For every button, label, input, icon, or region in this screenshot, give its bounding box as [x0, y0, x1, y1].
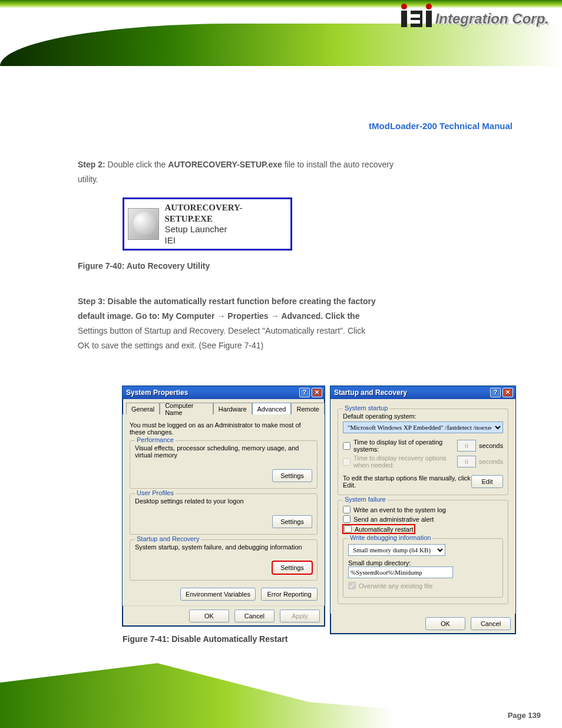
step-3-text-e: Advanced. Click the	[281, 311, 359, 321]
sysprops-tabs: General Computer Name Hardware Advanced …	[126, 403, 325, 414]
close-icon[interactable]: ✕	[503, 388, 513, 397]
performance-settings-button[interactable]: Settings	[272, 469, 312, 482]
system-startup-group: System startup Default operating system:…	[338, 409, 508, 495]
show-os-list-label: Time to display list of operating system…	[353, 439, 451, 453]
logo-letter-i2	[426, 11, 432, 27]
system-properties-dialog: System Properties ? ✕ General Computer N…	[122, 386, 325, 627]
tab-hardware[interactable]: Hardware	[213, 403, 252, 414]
edit-bootini-button[interactable]: Edit	[471, 475, 503, 488]
arrow-icon: →	[217, 311, 225, 321]
brand-logo: Integration Corp.	[401, 11, 549, 27]
send-admin-alert-label: Send an administrative alert	[353, 516, 434, 523]
debug-info-legend: Write debugging information	[348, 534, 432, 541]
figure-40-caption: Figure 7-40: Auto Recovery Utility	[78, 259, 513, 274]
startup-ok-button[interactable]: OK	[425, 617, 465, 630]
profiles-settings-button[interactable]: Settings	[272, 515, 312, 528]
logo-letter-i	[401, 11, 407, 27]
installer-caption-block: AUTORECOVERY-SETUP.EXE Setup Launcher IE…	[165, 202, 287, 246]
debug-info-group: Write debugging information Small memory…	[343, 538, 503, 598]
document-body: tModLoader-200 Technical Manual Step 2: …	[78, 118, 513, 353]
admin-note: You must be logged on as an Administrato…	[127, 419, 320, 436]
page-number: Page 139	[508, 711, 541, 720]
startup-legend: Startup and Recovery	[135, 535, 201, 542]
arrow-icon-2: →	[271, 311, 279, 321]
startup-recovery-group: Startup and Recovery System startup, sys…	[130, 539, 318, 581]
footer-band	[0, 663, 562, 728]
show-recovery-checkbox	[343, 458, 351, 466]
step-3-text-c: default image. Go to: My Computer	[78, 311, 217, 321]
installer-desc: Setup Launcher	[165, 224, 287, 235]
default-os-label: Default operating system:	[343, 413, 503, 420]
seconds-label-1: seconds	[479, 442, 503, 449]
doc-title: tModLoader-200 Technical Manual	[78, 118, 513, 134]
sysprops-ok-button[interactable]: OK	[189, 610, 229, 622]
startup-recovery-dialog: Startup and Recovery ? ✕ System startup …	[330, 386, 516, 634]
profiles-desc: Desktop settings related to your logon	[135, 498, 312, 505]
performance-legend: Performance	[135, 436, 176, 443]
dump-type-select[interactable]: Small memory dump (64 KB)	[348, 544, 445, 556]
send-admin-alert-checkbox[interactable]	[343, 515, 351, 523]
step-2-text-c: file to install the auto recovery	[285, 160, 394, 169]
figure-41-caption: Figure 7-41: Disable Automatically Resta…	[123, 634, 287, 644]
overwrite-checkbox	[348, 582, 356, 589]
startup-titlebar[interactable]: Startup and Recovery ? ✕	[330, 386, 515, 399]
step-3: Step 3: Disable the automatically restar…	[78, 294, 513, 354]
show-recovery-label: Time to display recovery options when ne…	[353, 454, 451, 469]
tab-advanced[interactable]: Advanced	[252, 403, 292, 414]
profiles-legend: User Profiles	[135, 489, 176, 496]
seconds-label-2: seconds	[479, 458, 503, 465]
system-failure-legend: System failure	[343, 496, 388, 503]
edit-note: To edit the startup options file manuall…	[343, 475, 471, 489]
help-icon[interactable]: ?	[299, 388, 310, 397]
default-os-select[interactable]: "Microsoft Windows XP Embedded" /fastdet…	[343, 421, 503, 433]
overwrite-label: Overwrite any existing file	[359, 582, 432, 589]
auto-restart-label: Automatically restart	[355, 526, 414, 533]
startup-cancel-button[interactable]: Cancel	[471, 617, 511, 630]
auto-restart-checkbox[interactable]	[344, 525, 352, 533]
system-failure-group: System failure Write an event to the sys…	[338, 500, 508, 604]
dump-dir-input[interactable]	[348, 566, 453, 578]
logo-letter-e	[411, 11, 422, 27]
show-os-list-checkbox[interactable]	[343, 442, 351, 450]
sysprops-apply-button[interactable]: Apply	[280, 610, 320, 622]
sysprops-title: System Properties	[126, 388, 188, 397]
header-band-top	[0, 0, 562, 8]
startup-settings-button[interactable]: Settings	[272, 561, 312, 574]
system-startup-legend: System startup	[343, 404, 389, 411]
sysprops-cancel-button[interactable]: Cancel	[234, 610, 275, 622]
performance-desc: Visual effects, processor scheduling, me…	[135, 444, 312, 459]
help-icon[interactable]: ?	[490, 388, 501, 397]
step-3-text-g: OK to save the settings and exit. (See F…	[78, 341, 263, 350]
step-2-text-a: Double click the	[108, 160, 168, 169]
tab-general[interactable]: General	[126, 403, 160, 414]
write-event-checkbox[interactable]	[343, 506, 351, 513]
step-3-text-f: Settings button of Startup and Recovery.…	[78, 326, 365, 335]
brand-text: Integration Corp.	[435, 11, 549, 27]
error-reporting-button[interactable]: Error Reporting	[261, 588, 318, 601]
user-profiles-group: User Profiles Desktop settings related t…	[130, 493, 318, 535]
performance-group: Performance Visual effects, processor sc…	[130, 440, 318, 489]
installer-vendor: IEI	[165, 235, 287, 246]
startup-title: Startup and Recovery	[334, 388, 407, 397]
installer-icon	[128, 208, 159, 240]
step-3-text-d: Properties	[227, 311, 270, 321]
step-3-text-b: Disable the automatically restart functi…	[108, 297, 376, 306]
step-2: Step 2: Double click the AUTORECOVERY-SE…	[78, 157, 513, 187]
header-band-swoop	[0, 24, 562, 66]
step-3-label: Step 3:	[78, 297, 108, 306]
recovery-seconds-spinner	[457, 456, 476, 467]
dump-dir-label: Small dump directory:	[348, 559, 498, 566]
tab-remote[interactable]: Remote	[291, 403, 325, 414]
startup-desc: System startup, system failure, and debu…	[135, 543, 312, 551]
step-2-label: Step 2:	[78, 160, 108, 169]
env-vars-button[interactable]: Environment Variables	[180, 588, 256, 601]
write-event-label: Write an event to the system log	[353, 506, 446, 513]
step-2-filename: AUTORECOVERY-SETUP.exe	[168, 160, 282, 169]
close-icon[interactable]: ✕	[312, 388, 322, 397]
os-list-seconds-spinner[interactable]	[457, 440, 476, 452]
autorecovery-inline-figure: AUTORECOVERY-SETUP.EXE Setup Launcher IE…	[123, 197, 292, 251]
tab-computer-name[interactable]: Computer Name	[160, 403, 213, 414]
step-2-text-d: utility.	[78, 174, 98, 184]
installer-filename: AUTORECOVERY-SETUP.EXE	[165, 202, 287, 225]
sysprops-titlebar[interactable]: System Properties ? ✕	[123, 386, 325, 399]
